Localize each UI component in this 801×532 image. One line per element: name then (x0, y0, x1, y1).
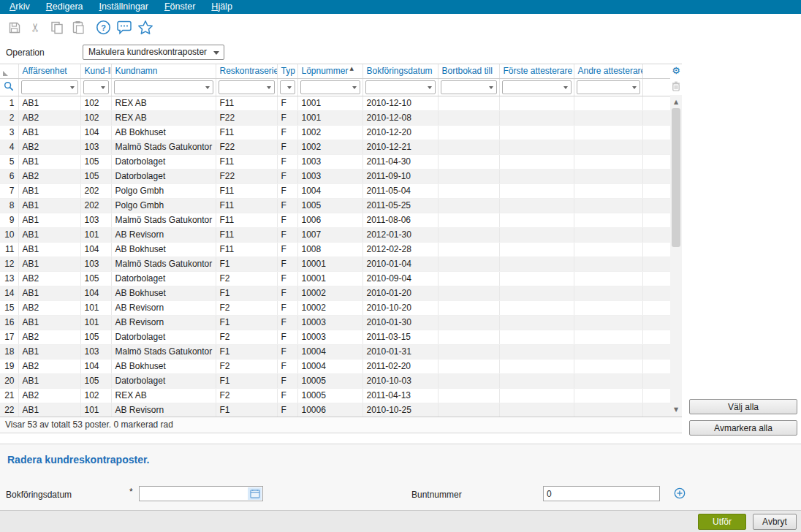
table-row[interactable]: 14AB1104AB BokhusetF1F100022010-01-20 (0, 286, 670, 300)
filter-combo-kund-id[interactable] (83, 80, 109, 94)
column-header-affarsenhet[interactable]: Affärsenhet (18, 64, 80, 78)
column-header-kund-id[interactable]: Kund-ID (80, 64, 111, 78)
save-button[interactable] (5, 18, 24, 37)
cell: Malmö Stads Gatukontor (111, 140, 216, 154)
scrollbar-thumb[interactable] (672, 108, 680, 247)
add-button[interactable] (674, 487, 686, 499)
table-row[interactable]: 16AB1101AB RevisornF1F100032010-01-30 (0, 315, 670, 330)
table-row[interactable]: 8AB1202Polgo GmbhF11F10052011-05-25 (0, 198, 670, 213)
cell: F (277, 388, 297, 403)
cell: 2010-12-08 (362, 110, 438, 125)
table-row[interactable]: 4AB2103Malmö Stads GatukontorF22F1002201… (0, 140, 670, 154)
cell: 1004 (297, 183, 362, 198)
cell (642, 388, 670, 403)
table-row[interactable]: 12AB1103Malmö Stads GatukontorF1F1000120… (0, 256, 670, 271)
cell: 2010-10-03 (362, 373, 438, 388)
table-row[interactable]: 13AB2105DatorbolagetF2F100012010-09-04 (0, 271, 670, 286)
cell: AB2 (18, 300, 80, 315)
deselect-all-button[interactable]: Avmarkera alla (689, 420, 797, 436)
scroll-down-button[interactable]: ▼ (670, 404, 682, 415)
vertical-scrollbar[interactable]: ▲ ▼ (670, 95, 682, 417)
table-row[interactable]: 7AB1202Polgo GmbhF11F10042011-05-04 (0, 183, 670, 198)
cell: F (277, 242, 297, 256)
cell: 103 (80, 213, 111, 227)
filter-combo-kundnamn[interactable] (114, 80, 213, 94)
records-table: AffärsenhetKund-IDKundnamnReskontraserie… (0, 64, 671, 417)
filter-combo-bortbokad-till[interactable] (441, 80, 497, 94)
column-header-lopnummer[interactable]: Löpnummer▲ (297, 64, 362, 78)
column-header-label: Affärsenhet (23, 66, 67, 76)
filter-combo-affarsenhet[interactable] (21, 80, 78, 94)
table-row[interactable]: 20AB1105DatorbolagetF1F100052010-10-03 (0, 373, 670, 388)
buntnummer-input[interactable] (543, 486, 660, 501)
cell (499, 125, 574, 140)
cut-button[interactable]: ✂ (26, 18, 45, 37)
table-row[interactable]: 19AB2104AB BokhusetF2F100042011-02-20 (0, 359, 670, 373)
cell: Datorbolaget (111, 154, 216, 169)
filter-combo-andre-attesterare[interactable] (577, 80, 640, 94)
table-row[interactable]: 17AB2105DatorbolagetF2F100032011-03-15 (0, 330, 670, 344)
menu-item-redigera[interactable]: Redigera (38, 0, 91, 14)
cell: AB Revisorn (111, 403, 216, 417)
column-header-typ[interactable]: Typ (277, 64, 297, 78)
favorite-button[interactable] (136, 18, 155, 37)
cell: 2011-03-15 (362, 330, 438, 344)
calendar-picker-button[interactable] (248, 487, 262, 500)
clear-filter-button[interactable] (670, 78, 682, 95)
table-row[interactable]: 11AB1104AB BokhusetF11F10082012-02-28 (0, 242, 670, 256)
column-header-forste-attesterare[interactable]: Förste attesterare (499, 64, 574, 78)
table-row[interactable]: 9AB1103Malmö Stads GatukontorF11F1006201… (0, 213, 670, 227)
cell (574, 315, 642, 330)
table-settings-button[interactable]: ⚙ (670, 64, 682, 78)
bokforingsdatum-input[interactable] (139, 486, 263, 501)
table-row[interactable]: 15AB2101AB RevisornF2F100022010-10-20 (0, 300, 670, 315)
cell: F (277, 154, 297, 169)
execute-button[interactable]: Utför (698, 514, 746, 530)
cell (499, 359, 574, 373)
select-all-corner[interactable] (0, 64, 18, 78)
cell (642, 213, 670, 227)
cell: F22 (216, 169, 277, 183)
column-header-andre-attesterare[interactable]: Andre attesterare (574, 64, 642, 78)
copy-button[interactable] (48, 18, 67, 37)
table-row[interactable]: 21AB2102REX ABF2F100052011-04-13 (0, 388, 670, 403)
table-row[interactable]: 6AB2105DatorbolagetF22F10032011-09-10 (0, 169, 670, 183)
menu-item-fonster[interactable]: Fönster (156, 0, 203, 14)
table-row[interactable]: 2AB2102REX ABF22F10012010-12-08 (0, 110, 670, 125)
column-header-bokforingsdatum[interactable]: Bokföringsdatum (362, 64, 438, 78)
filter-combo-bokforingsdatum[interactable] (365, 80, 436, 94)
table-row[interactable]: 5AB1105DatorbolagetF11F10032011-04-30 (0, 154, 670, 169)
row-number: 7 (0, 183, 18, 198)
menu-item-hjalp[interactable]: Hjälp (203, 0, 240, 14)
table-row[interactable]: 3AB1104AB BokhusetF11F10022010-12-20 (0, 125, 670, 140)
cell: F1 (216, 373, 277, 388)
paste-button[interactable] (69, 18, 88, 37)
menu-item-arkiv[interactable]: Arkiv (1, 0, 38, 14)
row-number: 21 (0, 388, 18, 403)
column-header-bortbokad-till[interactable]: Bortbokad till (438, 64, 499, 78)
select-all-button[interactable]: Välj alla (689, 399, 797, 414)
column-header-reskontraserie[interactable]: Reskontraserie (216, 64, 277, 78)
cell (438, 169, 499, 183)
table-row[interactable]: 22AB1101AB RevisornF1F100062010-10-25 (0, 403, 670, 417)
operation-select[interactable]: Makulera kundreskontraposter (83, 45, 224, 60)
cell (438, 213, 499, 227)
scroll-up-button[interactable]: ▲ (670, 96, 682, 107)
menu-item-installningar[interactable]: Inställningar (91, 0, 156, 14)
cell: 102 (80, 110, 111, 125)
search-filter-button[interactable] (0, 78, 18, 96)
table-row[interactable]: 1AB1102REX ABF11F10012010-12-10 (0, 96, 670, 110)
column-header-kundnamn[interactable]: Kundnamn (111, 64, 216, 78)
filter-combo-typ[interactable] (280, 80, 295, 94)
help-button[interactable]: ? (94, 18, 113, 37)
comment-button[interactable] (115, 18, 134, 37)
filter-combo-reskontraserie[interactable] (219, 80, 275, 94)
cell: 2010-09-04 (362, 271, 438, 286)
filter-combo-lopnummer[interactable] (300, 80, 360, 94)
operation-selected-value: Makulera kundreskontraposter (88, 47, 207, 57)
filter-combo-forste-attesterare[interactable] (502, 80, 572, 94)
table-row[interactable]: 10AB1101AB RevisornF11F10072012-01-30 (0, 227, 670, 242)
cancel-button[interactable]: Avbryt (753, 514, 797, 530)
table-row[interactable]: 18AB1103Malmö Stads GatukontorF1F1000420… (0, 344, 670, 359)
cell: Datorbolaget (111, 330, 216, 344)
